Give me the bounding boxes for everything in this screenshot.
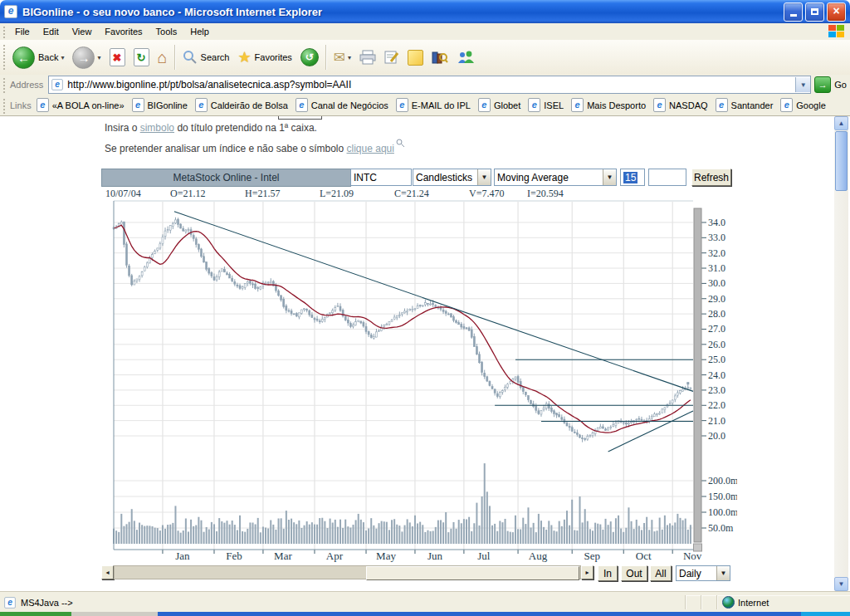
history-button[interactable]: ↺ [296,42,323,72]
clique-aqui-link[interactable]: clique aqui [347,143,394,154]
menu-item-file[interactable]: File [8,25,37,38]
close-button[interactable]: × [827,2,846,22]
mail-dropdown-icon[interactable]: ▾ [348,54,351,61]
svg-text:Apr: Apr [326,550,344,562]
address-dropdown-icon[interactable]: ▼ [795,77,810,92]
instruction-line-2: Se pretender analisar um índice e não sa… [105,139,405,154]
links-bar-item[interactable]: eCaldeirão de Bolsa [195,98,288,112]
link-label: «A BOLA on-line» [52,100,125,110]
research-button[interactable] [427,42,452,72]
print-icon [359,50,376,65]
links-bar-item[interactable]: eCanal de Negócios [296,98,388,112]
svg-text:150.0m: 150.0m [708,491,737,502]
favorites-button[interactable]: ★ Favorites [233,42,296,72]
menu-item-edit[interactable]: Edit [37,25,66,38]
period-dropdown-icon[interactable]: ▼ [716,566,730,580]
menu-item-view[interactable]: View [66,25,99,38]
indicator-dropdown-icon[interactable]: ▼ [603,169,616,185]
svg-text:28.0: 28.0 [708,308,725,320]
menu-bar-grip[interactable] [2,25,6,38]
scroll-down-icon[interactable]: ▼ [834,577,848,591]
back-dropdown-icon[interactable]: ▾ [61,54,64,61]
forward-dropdown-icon[interactable]: ▾ [97,54,100,61]
scroll-left-icon[interactable]: ◂ [101,565,114,579]
messenger-button[interactable] [452,42,479,72]
zoom-in-button[interactable]: In [598,565,618,581]
links-bar-grip[interactable] [2,97,6,114]
chart-scrollbar-track[interactable] [114,565,581,579]
menu-item-tools[interactable]: Tools [149,25,184,38]
toolbar-grip[interactable] [2,43,6,71]
links-bar-item[interactable]: eE-MAIL do IPL [396,98,471,112]
start-button-edge[interactable] [0,612,71,616]
link-ie-icon: e [296,98,308,112]
link-ie-icon: e [528,98,540,112]
go-arrow-icon: → [814,76,831,93]
links-bar-item[interactable]: eNASDAQ [653,98,707,112]
chart-scrollbar-thumb[interactable] [366,566,579,580]
indicator-select[interactable]: Moving Average▼ [494,169,617,186]
zoom-all-button[interactable]: All [650,565,672,581]
search-button[interactable]: Search [178,42,234,72]
scroll-right-icon[interactable]: ▸ [581,565,594,579]
style-dropdown-icon[interactable]: ▼ [477,169,491,185]
go-label: Go [834,80,847,90]
home-button[interactable]: ⌂ [154,42,172,72]
favorites-label: Favorites [255,52,292,62]
links-bar-item[interactable]: eGlobet [478,98,520,112]
refresh-button[interactable]: ↻ [129,42,154,72]
close-icon: × [833,4,839,17]
messenger-icon [457,50,475,65]
indicator-param-input[interactable]: 15 [620,169,645,186]
print-button[interactable] [355,42,380,72]
maximize-button[interactable] [805,2,824,22]
edit-button[interactable] [380,42,403,72]
symbol-input[interactable]: INTC [350,169,412,186]
info-open: O=21.12 [170,188,205,200]
link-label: Google [796,100,825,110]
minimize-button[interactable] [784,2,803,22]
title-bar: e BIGonline - o seu novo banco - Microso… [0,0,850,23]
stop-button[interactable]: ✖ [105,42,129,72]
back-icon: ← [12,46,35,69]
toolbar-separator [174,45,176,70]
period-select[interactable]: Daily▼ [676,565,730,581]
chart-style-select[interactable]: Candlesticks▼ [413,169,491,186]
svg-text:Aug: Aug [529,550,548,562]
indicator-param2-input[interactable] [648,169,686,186]
lookup-magnifier-icon [396,139,405,150]
menu-item-help[interactable]: Help [183,25,216,38]
discuss-button[interactable] [403,42,427,72]
link-ie-icon: e [571,98,584,112]
links-bar-item[interactable]: eISEL [528,98,564,112]
zoom-out-button[interactable]: Out [621,565,647,581]
simbolo-link[interactable]: simbolo [140,122,174,134]
page-scrollbar[interactable]: ▲ ▼ [834,116,848,591]
menu-item-favorites[interactable]: Favorites [98,25,149,38]
maximize-icon [811,8,818,15]
links-bar-item[interactable]: eBIGonline [132,98,188,112]
scroll-up-icon[interactable]: ▲ [834,116,848,130]
svg-text:30.0: 30.0 [708,277,725,289]
status-pane-2 [701,595,716,609]
svg-text:Sep: Sep [584,550,600,562]
page-scrollbar-thumb[interactable] [835,131,848,191]
links-bar-item[interactable]: eSantander [716,98,774,112]
refresh-chart-button[interactable]: Refresh [691,169,731,186]
minimize-icon [790,14,797,17]
svg-text:May: May [376,550,396,562]
go-button[interactable]: → Go [814,76,847,93]
links-bar-item[interactable]: e«A BOLA on-line» [37,98,125,112]
back-button[interactable]: ← Back ▾ [8,42,68,72]
svg-text:Mar: Mar [274,550,292,562]
security-zone-pane: Internet [716,595,850,609]
address-bar-grip[interactable] [2,76,6,92]
forward-button[interactable]: → ▾ [68,42,105,72]
info-high: H=21.57 [245,188,280,200]
svg-text:23.0: 23.0 [708,384,725,396]
mail-button[interactable]: ✉ ▾ [330,42,355,72]
links-bar-item[interactable]: eGoogle [780,98,825,112]
address-input[interactable]: e http://www.bigonline.pt/pt/bolsa/anali… [48,76,811,94]
links-bar-item[interactable]: eMais Desporto [571,98,646,112]
price-volume-chart[interactable]: JanFebMarAprMayJunJulAugSepOctNov20.021.… [101,200,737,565]
